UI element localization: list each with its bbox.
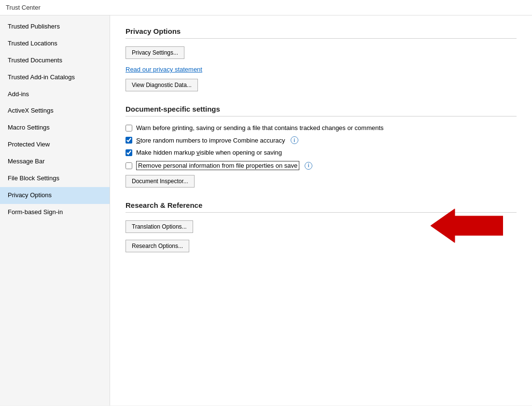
sidebar-item-form-based-sign-in[interactable]: Form-based Sign-in (0, 204, 110, 221)
checkbox-remove-personal[interactable] (126, 162, 132, 169)
checkbox-row-remove-personal: Remove personal information from file pr… (126, 161, 517, 170)
research-options-button[interactable]: Research Options... (126, 240, 189, 252)
sidebar-item-message-bar[interactable]: Message Bar (0, 153, 110, 170)
sidebar-item-file-block-settings[interactable]: File Block Settings (0, 170, 110, 187)
checkbox-row-store-random: Store random numbers to improve Combine … (126, 136, 517, 144)
privacy-settings-row: Privacy Settings... (126, 46, 517, 63)
sidebar-item-trusted-add-in-catalogs[interactable]: Trusted Add-in Catalogs (0, 69, 110, 86)
sidebar-item-protected-view[interactable]: Protected View (0, 136, 110, 153)
privacy-statement-link[interactable]: Read our privacy statement (126, 66, 202, 73)
title-text: Trust Center (6, 4, 41, 11)
sidebar-item-add-ins[interactable]: Add-ins (0, 86, 110, 103)
sidebar: Trusted PublishersTrusted LocationsTrust… (0, 15, 110, 406)
arrow-annotation (406, 206, 503, 245)
privacy-settings-button[interactable]: Privacy Settings... (126, 46, 184, 59)
checkbox-make-hidden-label: Make hidden markup visible when opening … (136, 149, 282, 156)
privacy-options-section: Privacy Options Privacy Settings... Read… (126, 27, 517, 95)
privacy-divider (126, 38, 517, 39)
checkbox-warn-printing[interactable] (126, 125, 132, 131)
sidebar-item-trusted-publishers[interactable]: Trusted Publishers (0, 18, 110, 35)
arrow-svg (406, 206, 503, 245)
view-diagnostic-row: View Diagnostic Data... (126, 79, 517, 95)
sidebar-item-trusted-documents[interactable]: Trusted Documents (0, 52, 110, 69)
checkbox-remove-personal-label: Remove personal information from file pr… (136, 161, 299, 170)
privacy-options-title: Privacy Options (126, 27, 517, 35)
checkbox-row-make-hidden: Make hidden markup visible when opening … (126, 149, 517, 156)
sidebar-item-activex-settings[interactable]: ActiveX Settings (0, 102, 110, 119)
privacy-link-row: Read our privacy statement (126, 66, 517, 79)
sidebar-item-privacy-options[interactable]: Privacy Options (0, 187, 110, 204)
content-area: Privacy Options Privacy Settings... Read… (110, 15, 532, 406)
view-diagnostic-button[interactable]: View Diagnostic Data... (126, 79, 198, 91)
title-bar: Trust Center (0, 0, 532, 15)
remove-personal-info-icon[interactable]: i (305, 162, 312, 170)
checkbox-make-hidden[interactable] (126, 149, 132, 156)
document-inspector-button[interactable]: Document Inspector... (126, 175, 195, 188)
checkbox-store-random[interactable] (126, 137, 132, 144)
document-specific-title: Document-specific settings (126, 105, 517, 113)
translation-options-button[interactable]: Translation Options... (126, 220, 193, 233)
checkbox-row-warn-printing: Warn before printing, saving or sending … (126, 124, 517, 131)
checkbox-store-random-label: Store random numbers to improve Combine … (136, 137, 285, 144)
svg-marker-0 (431, 209, 503, 243)
document-divider (126, 116, 517, 116)
store-random-info-icon[interactable]: i (291, 136, 298, 144)
document-specific-section: Document-specific settings Warn before p… (126, 105, 517, 191)
main-container: Trusted PublishersTrusted LocationsTrust… (0, 15, 532, 406)
sidebar-item-macro-settings[interactable]: Macro Settings (0, 119, 110, 136)
sidebar-item-trusted-locations[interactable]: Trusted Locations (0, 35, 110, 52)
checkbox-warn-printing-label: Warn before printing, saving or sending … (136, 124, 384, 131)
document-inspector-row: Document Inspector... (126, 175, 517, 191)
